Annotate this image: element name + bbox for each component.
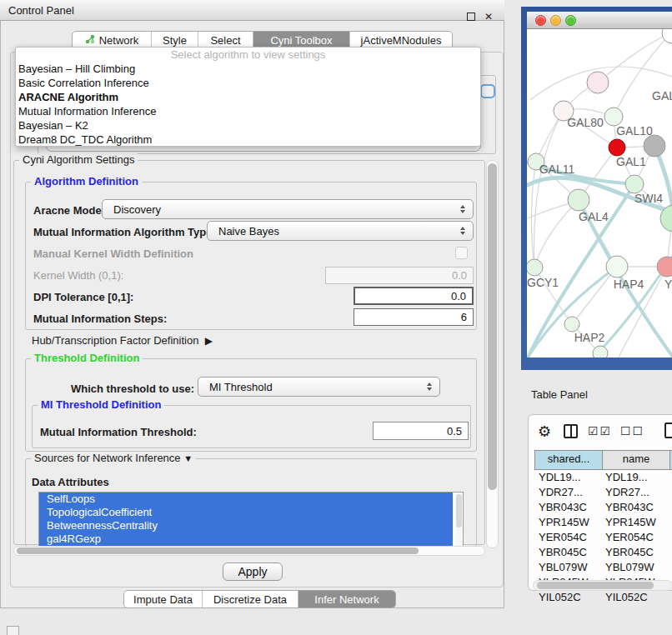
table-cell: YPR145W: [534, 515, 601, 530]
bottom-tab-bar: Impute DataDiscretize DataInfer Network: [123, 590, 396, 608]
node-gal4[interactable]: [568, 189, 589, 211]
data-attribute-item[interactable]: gal4RGexp: [39, 532, 453, 546]
node-pink-top[interactable]: [587, 72, 609, 93]
table-hscrollbar-thumb[interactable]: [537, 582, 654, 589]
table-row[interactable]: YBL079WYBL079W: [534, 560, 672, 575]
table-cell: YBR043C: [601, 500, 668, 515]
table-panel-title: Table Panel: [531, 388, 588, 401]
table-row[interactable]: YER054CYER054C8.: [534, 530, 672, 545]
algorithm-option[interactable]: Bayesian – Hill Climbing: [16, 62, 480, 76]
settings-vscrollbar-thumb[interactable]: [488, 163, 497, 490]
node-red[interactable]: [609, 139, 625, 156]
stepper-arrows-icon: [427, 382, 432, 391]
tab-label: Discretize Data: [213, 593, 287, 606]
sources-legend[interactable]: Sources for Network Inference ▼: [31, 452, 196, 464]
node-label: HAP2: [574, 331, 605, 344]
tab-label: Select: [210, 34, 240, 47]
node-gal1[interactable]: [625, 175, 644, 193]
list-vscrollbar-thumb[interactable]: [456, 494, 462, 528]
algorithm-option[interactable]: Dream8 DC_TDC Algorithm: [16, 132, 480, 147]
algorithm-option[interactable]: Bayesian – K2: [16, 118, 480, 132]
node-gray[interactable]: [644, 135, 665, 157]
cyni-settings-legend: Cyni Algorithm Settings: [19, 153, 138, 166]
focused-combo-fragment: [480, 84, 495, 98]
data-attributes-list[interactable]: SelfLoopsTopologicalCoefficientBetweenne…: [38, 492, 464, 547]
screen: Control Panel ✕ NetworkStyleSelectCyni T…: [0, 0, 672, 635]
minimized-panel-icon[interactable]: [7, 626, 19, 635]
node-bottom-partial[interactable]: [593, 346, 608, 358]
tab-infer-network[interactable]: Infer Network: [298, 591, 395, 608]
table-cell: [668, 560, 672, 575]
document-icon[interactable]: [664, 422, 672, 438]
column-header[interactable]: shared...: [534, 450, 602, 470]
node-label: GCY1: [527, 276, 559, 289]
apply-button[interactable]: Apply: [223, 562, 283, 581]
zoom-traffic-light-icon[interactable]: [565, 15, 576, 26]
algorithm-dropdown-popup: Select algorithm to view settingsBayesia…: [15, 47, 481, 147]
list-vscrollbar[interactable]: [455, 492, 463, 546]
table-cell: 13: [668, 470, 672, 485]
table-row[interactable]: YDL19...YDL19...13: [534, 470, 672, 485]
node-label: GAL: [652, 89, 672, 102]
node-gcy1[interactable]: [527, 259, 543, 276]
expand-right-icon[interactable]: ▶: [205, 335, 213, 347]
manual-kernel-label: Manual Kernel Width Definition: [33, 248, 193, 260]
tab-impute-data[interactable]: Impute Data: [124, 591, 203, 608]
node-hap2[interactable]: [564, 317, 579, 332]
network-window-titlebar[interactable]: [527, 12, 672, 29]
tab-label: Style: [163, 34, 187, 47]
aracne-mode-label: Aracne Mode:: [33, 204, 105, 217]
table-row[interactable]: YPR145WYPR145W9.: [534, 515, 672, 530]
network-canvas[interactable]: GALGAL80GAL10GAL1GAL11SWI4GAL4GCY1HAP4YH…: [527, 29, 672, 358]
aracne-mode-value: Discovery: [113, 203, 161, 216]
node-label: Y: [664, 278, 672, 291]
close-traffic-light-icon[interactable]: [535, 15, 546, 26]
node-gal10[interactable]: [604, 108, 623, 126]
data-attribute-item[interactable]: BetweennessCentrality: [39, 519, 453, 532]
hub-section-label[interactable]: Hub/Transcription Factor Definition ▶: [32, 334, 213, 347]
unchecked-boxes-icon[interactable]: ☐☐: [620, 424, 644, 438]
collapse-down-icon[interactable]: ▼: [183, 453, 193, 463]
kernel-width-field: 0.0: [325, 267, 474, 284]
stepper-arrows-icon: [460, 227, 465, 235]
table-cell: 12: [668, 485, 672, 500]
checked-boxes-icon[interactable]: ☑☑: [588, 424, 612, 438]
algorithm-option[interactable]: ARACNE Algorithm: [16, 90, 480, 104]
control-panel-titlebar: Control Panel: [0, 0, 504, 21]
table-cell: YBL079W: [534, 560, 601, 575]
node-hap4[interactable]: [606, 256, 628, 278]
tab-label: Infer Network: [314, 593, 379, 606]
kernel-width-label: Kernel Width (0,1):: [33, 269, 123, 282]
manual-kernel-checkbox[interactable]: [455, 247, 468, 259]
network-tab-icon: [85, 34, 95, 47]
minimize-traffic-light-icon[interactable]: [550, 15, 561, 26]
table-row[interactable]: YBR043CYBR043C: [534, 500, 672, 515]
table-cell: YBR045C: [601, 545, 668, 560]
dpi-tolerance-field[interactable]: 0.0: [354, 287, 474, 305]
mi-type-value: Naive Bayes: [218, 225, 279, 238]
data-attribute-item[interactable]: SelfLoops: [39, 492, 453, 506]
table-cell: YBR045C: [534, 545, 601, 560]
algorithm-option[interactable]: Mutual Information Inference: [16, 104, 480, 118]
aracne-mode-combo[interactable]: Discovery: [102, 199, 474, 219]
columns-icon[interactable]: [564, 424, 578, 438]
float-window-icon[interactable]: [467, 12, 475, 21]
mi-type-combo[interactable]: Naive Bayes: [207, 221, 474, 241]
which-threshold-combo[interactable]: MI Threshold: [198, 377, 440, 397]
table-cell: YDR27...: [601, 485, 668, 500]
table-row[interactable]: YBR045CYBR045C9.: [534, 545, 672, 560]
gear-icon[interactable]: ⚙: [538, 422, 551, 441]
settings-hscrollbar-thumb[interactable]: [17, 548, 419, 554]
node-label: HAP4: [614, 278, 644, 291]
table-cell: YER054C: [601, 530, 668, 545]
table-row[interactable]: YDR27...YDR27...12: [534, 485, 672, 500]
tab-discretize-data[interactable]: Discretize Data: [203, 591, 298, 608]
mi-threshold-field[interactable]: 0.5: [373, 422, 469, 440]
mi-steps-field[interactable]: 6: [354, 308, 474, 326]
close-icon[interactable]: ✕: [484, 12, 493, 22]
table-row[interactable]: YIL052CYIL052C9: [534, 590, 672, 605]
table-cell: YIL052C: [534, 590, 601, 605]
column-header[interactable]: name: [602, 450, 669, 470]
data-attribute-item[interactable]: TopologicalCoefficient: [39, 506, 453, 519]
algorithm-option[interactable]: Basic Correlation Inference: [16, 76, 480, 90]
